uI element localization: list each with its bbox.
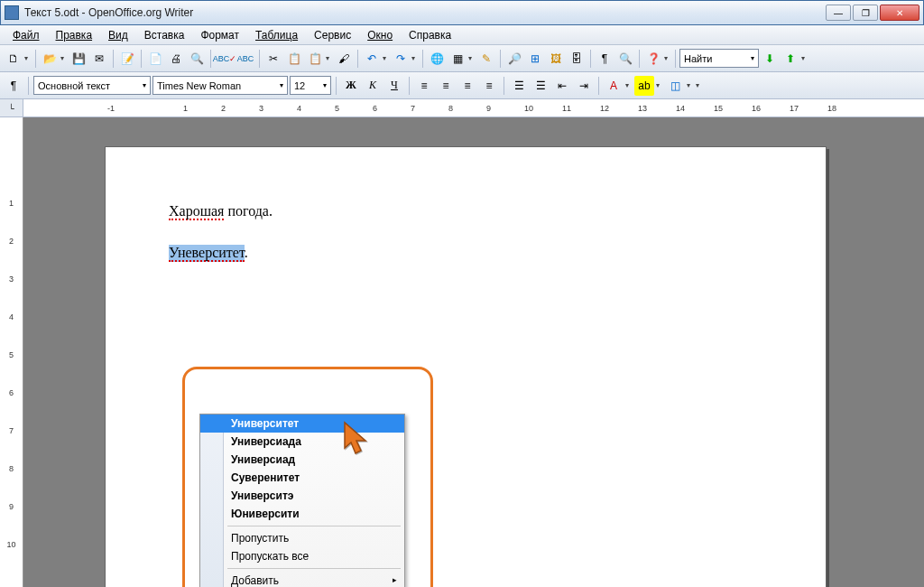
- ctx-suggestion-4[interactable]: Суверенитет: [200, 469, 404, 487]
- misspelled-word-2[interactable]: Уневерситет: [169, 245, 245, 262]
- align-left-button[interactable]: ≡: [414, 76, 434, 96]
- increase-indent-button[interactable]: ⇥: [574, 76, 594, 96]
- document-viewport[interactable]: Харошая погода. Уневерситет. Университет…: [23, 117, 924, 587]
- standard-toolbar: 🗋▾ 📂▾ 💾 ✉ 📝 📄 🖨 🔍 ABC✓ ABC ✂ 📋 📋▾ 🖌 ↶▾ ↷…: [0, 45, 924, 72]
- cut-button[interactable]: ✂: [263, 49, 283, 69]
- ctx-ignore[interactable]: Пропустить: [200, 529, 404, 547]
- table-button[interactable]: ▦: [448, 49, 467, 69]
- bullet-list-button[interactable]: ☰: [531, 76, 550, 96]
- bold-button[interactable]: Ж: [341, 76, 361, 96]
- menu-window[interactable]: Окно: [360, 27, 400, 43]
- ruler-tick: 4: [297, 99, 301, 116]
- ruler-tick: 18: [827, 99, 836, 116]
- window-buttons: — ❐ ✕: [826, 5, 919, 21]
- vruler-tick: 1: [0, 199, 23, 208]
- ctx-add[interactable]: Добавить▸: [200, 572, 404, 587]
- window-title: Текст 5.odt - OpenOffice.org Writer: [24, 6, 826, 19]
- email-button[interactable]: ✉: [89, 49, 109, 69]
- vruler-tick: 5: [0, 350, 23, 359]
- navigator-button[interactable]: ⊞: [525, 49, 545, 69]
- format-paintbrush-button[interactable]: 🖌: [334, 49, 354, 69]
- vertical-ruler[interactable]: 12345678910: [0, 117, 23, 587]
- menu-file[interactable]: Файл: [5, 27, 47, 43]
- align-right-button[interactable]: ≡: [457, 76, 477, 96]
- menu-edit[interactable]: Правка: [49, 27, 100, 43]
- help-button[interactable]: ❓: [643, 49, 663, 69]
- menu-table[interactable]: Таблица: [248, 27, 305, 43]
- font-name-combo[interactable]: Times New Roman▾: [152, 76, 288, 95]
- maximize-button[interactable]: ❐: [853, 5, 878, 21]
- menu-help[interactable]: Справка: [402, 27, 458, 43]
- ruler-tick: 17: [790, 99, 799, 116]
- show-draw-button[interactable]: ✎: [476, 49, 496, 69]
- styles-button[interactable]: ¶: [4, 76, 23, 96]
- menu-bar: Файл Правка Вид Вставка Формат Таблица С…: [0, 25, 924, 45]
- vruler-tick: 6: [0, 388, 23, 397]
- print-preview-button[interactable]: 🔍: [187, 49, 207, 69]
- ruler-tick: 12: [600, 99, 609, 116]
- redo-button[interactable]: ↷: [391, 49, 411, 69]
- open-button[interactable]: 📂: [40, 49, 60, 69]
- menu-insert[interactable]: Вставка: [137, 27, 192, 43]
- spellcheck-button[interactable]: ABC✓: [215, 49, 235, 69]
- menu-tools[interactable]: Сервис: [307, 27, 358, 43]
- find-prev-button[interactable]: ⬆: [781, 49, 800, 69]
- ruler-tick: 1: [183, 99, 188, 116]
- vruler-tick: 9: [0, 502, 23, 511]
- ctx-suggestion-6[interactable]: Юниверсити: [200, 505, 404, 523]
- save-button[interactable]: 💾: [69, 49, 88, 69]
- hyperlink-button[interactable]: 🌐: [427, 49, 447, 69]
- nonprinting-chars-button[interactable]: ¶: [595, 49, 614, 69]
- close-button[interactable]: ✕: [880, 5, 919, 21]
- font-color-button[interactable]: A: [604, 76, 624, 96]
- menu-format[interactable]: Формат: [193, 27, 246, 43]
- export-pdf-button[interactable]: 📄: [145, 49, 165, 69]
- zoom-button[interactable]: 🔍: [615, 49, 635, 69]
- minimize-button[interactable]: —: [826, 5, 851, 21]
- ruler-tick: 8: [448, 99, 453, 116]
- numbered-list-button[interactable]: ☰: [509, 76, 529, 96]
- ruler-tick: 5: [335, 99, 339, 116]
- ctx-ignore-all[interactable]: Пропускать все: [200, 547, 404, 565]
- ctx-suggestion-5[interactable]: Университэ: [200, 487, 404, 505]
- document-area: 12345678910 Харошая погода. Уневерситет.…: [0, 117, 924, 587]
- italic-button[interactable]: К: [363, 76, 383, 96]
- highlight-button[interactable]: ab: [634, 76, 654, 96]
- page-content[interactable]: Харошая погода. Уневерситет.: [106, 147, 826, 317]
- ruler-tick: 3: [259, 99, 263, 116]
- ruler-corner: └: [0, 99, 23, 116]
- menu-view[interactable]: Вид: [101, 27, 135, 43]
- new-doc-button[interactable]: 🗋: [4, 49, 23, 69]
- print-button[interactable]: 🖨: [166, 49, 186, 69]
- find-next-button[interactable]: ⬇: [760, 49, 780, 69]
- align-justify-button[interactable]: ≡: [479, 76, 499, 96]
- ruler-tick: 2: [221, 99, 226, 116]
- gallery-button[interactable]: 🖼: [546, 49, 566, 69]
- ctx-suggestion-2[interactable]: Универсиада: [200, 433, 404, 451]
- align-center-button[interactable]: ≡: [436, 76, 456, 96]
- copy-button[interactable]: 📋: [284, 49, 304, 69]
- edit-doc-button[interactable]: 📝: [117, 49, 137, 69]
- auto-spellcheck-button[interactable]: ABC: [236, 49, 255, 69]
- ruler-tick: 14: [676, 99, 685, 116]
- font-size-combo[interactable]: 12▾: [290, 76, 331, 95]
- paragraph-style-combo[interactable]: Основной текст▾: [33, 76, 151, 95]
- ruler-tick: 13: [638, 99, 647, 116]
- ruler-tick: 16: [752, 99, 761, 116]
- decrease-indent-button[interactable]: ⇤: [552, 76, 572, 96]
- app-icon: [5, 5, 19, 20]
- find-replace-button[interactable]: 🔎: [504, 49, 524, 69]
- ruler-tick: 6: [373, 99, 377, 116]
- data-sources-button[interactable]: 🗄: [567, 49, 587, 69]
- find-combo[interactable]: Найти▾: [679, 49, 759, 68]
- underline-button[interactable]: Ч: [384, 76, 404, 96]
- doc-text[interactable]: погода.: [224, 203, 273, 219]
- undo-button[interactable]: ↶: [362, 49, 382, 69]
- bg-color-button[interactable]: ◫: [665, 76, 685, 96]
- ctx-suggestion-3[interactable]: Универсиад: [200, 451, 404, 469]
- horizontal-ruler[interactable]: -1123456789101112131415161718: [23, 99, 924, 116]
- vruler-tick: 4: [0, 312, 23, 321]
- ctx-suggestion-1[interactable]: Университет: [200, 415, 404, 433]
- paste-button[interactable]: 📋: [305, 49, 325, 69]
- misspelled-word-1[interactable]: Харошая: [169, 203, 224, 220]
